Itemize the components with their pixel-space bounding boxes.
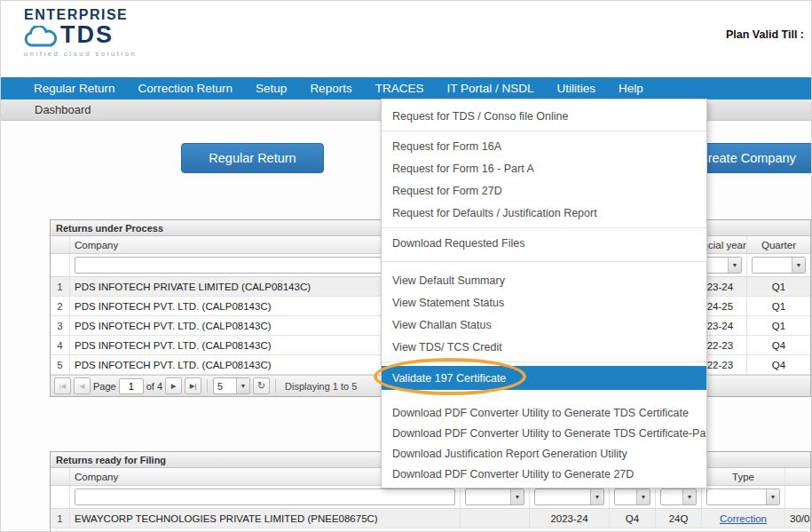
cell-form: 24Q bbox=[656, 509, 702, 528]
menu-item-download-pdf-converter-tds-certificate-partb[interactable]: Download PDF Converter Utility to Genera… bbox=[382, 423, 706, 443]
nav-item-traces[interactable]: TRACES bbox=[364, 77, 436, 99]
cell-quarter: Q1 bbox=[747, 316, 810, 335]
cell-rownum: 3 bbox=[51, 316, 70, 335]
cell-rownum: 1 bbox=[51, 509, 70, 528]
cell-rownum: 5 bbox=[51, 355, 70, 374]
filter-row: ▼ ▼ ▼ ▼ bbox=[51, 486, 810, 509]
refresh-button[interactable]: ↻ bbox=[253, 377, 270, 394]
menu-separator bbox=[382, 261, 706, 262]
cloud-icon bbox=[24, 26, 58, 47]
form-filter-select[interactable]: ▼ bbox=[660, 488, 697, 505]
menu-item-view-tds-tcs-credit[interactable]: View TDS/ TCS Credit bbox=[382, 336, 706, 358]
nav-item-setup[interactable]: Setup bbox=[244, 77, 298, 99]
menu-separator bbox=[382, 361, 706, 362]
filter-cell-rownum bbox=[51, 254, 70, 276]
menu-item-validate-197-certificate[interactable]: Validate 197 Certificate bbox=[382, 366, 706, 390]
top-header: ENTERPRISE TDS unified cloud solution Pl… bbox=[1, 1, 811, 77]
company-filter-input[interactable] bbox=[75, 488, 455, 505]
pager-next-button[interactable]: ▶ bbox=[165, 377, 182, 394]
menu-item-download-justification-report-utility[interactable]: Download Justification Report Generation… bbox=[382, 443, 706, 464]
filter-cell-company bbox=[70, 486, 461, 508]
cell-quarter: Q4 bbox=[610, 509, 656, 528]
correction-link[interactable]: Correction bbox=[720, 513, 767, 524]
plan-valid-till-label: Plan Valid Till : bbox=[726, 28, 804, 41]
filter-cell-financial-year: ▼ bbox=[530, 486, 610, 508]
filter-cell-rownum bbox=[51, 486, 70, 508]
quarter-filter-select[interactable]: ▼ bbox=[752, 257, 806, 274]
menu-item-request-tds-conso[interactable]: Request for TDS / Conso file Online bbox=[382, 105, 706, 127]
menu-item-view-default-summary[interactable]: View Default Summary bbox=[382, 269, 706, 291]
menu-separator bbox=[382, 227, 706, 228]
filter-cell-quarter: ▼ bbox=[747, 254, 810, 276]
page-number-input[interactable] bbox=[119, 378, 144, 394]
pager-separator bbox=[207, 379, 208, 393]
menu-item-download-pdf-converter-27d[interactable]: Download PDF Converter Utility to Genera… bbox=[382, 464, 706, 484]
cell bbox=[461, 509, 530, 528]
menu-item-download-requested-files[interactable]: Download Requested Files bbox=[382, 232, 706, 254]
filter-select[interactable]: ▼ bbox=[465, 488, 524, 505]
filter-cell-quarter: ▼ bbox=[610, 486, 656, 508]
enterprise-tds-logo: ENTERPRISE TDS unified cloud solution bbox=[24, 7, 137, 58]
filter-cell-type: ▼ bbox=[702, 486, 785, 508]
menu-item-view-statement-status[interactable]: View Statement Status bbox=[382, 291, 706, 314]
menu-item-request-defaults-justification[interactable]: Request for Defaults / Justification Rep… bbox=[382, 202, 706, 224]
traces-dropdown-menu: Request for TDS / Conso file Online Requ… bbox=[381, 99, 707, 488]
column-header bbox=[785, 468, 810, 485]
chevron-down-icon: ▼ bbox=[236, 378, 249, 393]
regular-return-button[interactable]: Regular Return bbox=[181, 143, 324, 173]
column-header-quarter[interactable]: Quarter bbox=[747, 236, 810, 253]
breadcrumb: Dashboard bbox=[1, 103, 91, 116]
cell-quarter: Q4 bbox=[747, 336, 810, 354]
financial-year-filter-select[interactable]: ▼ bbox=[534, 488, 604, 505]
cell-rownum: 4 bbox=[51, 336, 70, 354]
filter-cell-date bbox=[785, 486, 810, 508]
cell-rownum: 1 bbox=[51, 277, 70, 296]
menu-item-download-pdf-converter-tds-certificate[interactable]: Download PDF Converter Utility to Genera… bbox=[382, 402, 706, 423]
menu-item-view-challan-status[interactable]: View Challan Status bbox=[382, 314, 706, 336]
nav-item-reports[interactable]: Reports bbox=[298, 77, 363, 99]
displaying-status-text: Displaying 1 to 5 bbox=[285, 381, 357, 392]
menu-gap bbox=[382, 390, 706, 402]
cell-quarter: Q1 bbox=[747, 297, 810, 315]
cell-date: 30/04/2024 bbox=[785, 509, 810, 528]
type-filter-select[interactable]: ▼ bbox=[706, 488, 780, 505]
chevron-down-icon: ▼ bbox=[766, 489, 779, 504]
chevron-down-icon: ▼ bbox=[728, 258, 741, 273]
menu-item-request-form-27d[interactable]: Request for Form 27D bbox=[382, 179, 706, 202]
column-header-type[interactable]: Type bbox=[702, 468, 785, 485]
pager-first-button[interactable]: |◀ bbox=[54, 377, 71, 394]
pager-last-button[interactable]: ▶| bbox=[185, 377, 201, 394]
table-row[interactable]: 1 EWAYCORP TECHNOLOGIES PRIVATE LIMITED … bbox=[51, 509, 810, 528]
cell-quarter: Q1 bbox=[747, 277, 810, 296]
chevron-down-icon: ▼ bbox=[590, 489, 603, 504]
pager-prev-button[interactable]: ◀ bbox=[74, 377, 91, 394]
quarter-filter-select[interactable]: ▼ bbox=[614, 488, 650, 505]
page-of-label: of 4 bbox=[146, 381, 162, 392]
nav-item-it-portal-nsdl[interactable]: IT Portal / NSDL bbox=[435, 77, 545, 99]
cell-rownum: 2 bbox=[51, 297, 70, 315]
nav-item-help[interactable]: Help bbox=[607, 77, 655, 99]
nav-item-regular-return[interactable]: Regular Return bbox=[22, 77, 127, 99]
chevron-down-icon: ▼ bbox=[792, 258, 805, 273]
page-size-select[interactable]: 5 ▼ bbox=[213, 377, 250, 394]
cell-financial-year: 2023-24 bbox=[530, 509, 610, 528]
nav-item-utilities[interactable]: Utilities bbox=[545, 77, 607, 99]
chevron-down-icon: ▼ bbox=[682, 489, 696, 504]
menu-item-request-form-16-part-a[interactable]: Request for Form 16 - Part A bbox=[382, 157, 706, 179]
column-header-rownum bbox=[51, 236, 70, 253]
filter-cell: ▼ bbox=[461, 486, 530, 508]
menu-item-request-form-16a[interactable]: Request for Form 16A bbox=[382, 135, 706, 157]
cell-quarter: Q4 bbox=[747, 355, 810, 374]
chevron-down-icon: ▼ bbox=[510, 489, 524, 504]
chevron-down-icon: ▼ bbox=[636, 489, 650, 504]
app-window: ENTERPRISE TDS unified cloud solution Pl… bbox=[0, 0, 812, 532]
filter-cell-form: ▼ bbox=[656, 486, 702, 508]
menu-separator bbox=[382, 131, 706, 131]
page-size-value: 5 bbox=[214, 381, 223, 392]
nav-item-correction-return[interactable]: Correction Return bbox=[127, 77, 245, 99]
logo-tagline: unified cloud solution bbox=[24, 50, 137, 58]
page-label: Page bbox=[93, 381, 116, 392]
main-nav: Regular Return Correction Return Setup R… bbox=[1, 77, 811, 99]
cell-company: EWAYCORP TECHNOLOGIES PRIVATE LIMITED (P… bbox=[70, 509, 461, 528]
pager-separator bbox=[275, 379, 276, 393]
